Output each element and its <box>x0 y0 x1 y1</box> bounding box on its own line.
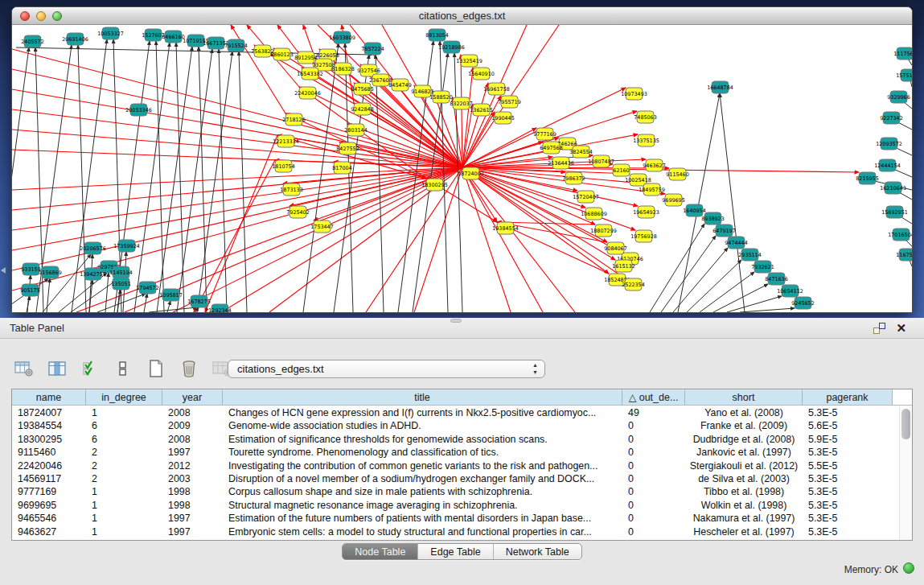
graph-node[interactable]: 1145194 <box>109 266 132 278</box>
minimize-window-button[interactable] <box>36 11 46 21</box>
graph-node[interactable]: 15751074 <box>896 69 912 81</box>
graph-node[interactable]: 17359924 <box>113 240 140 252</box>
table-cell[interactable]: 1998 <box>162 485 223 498</box>
table-scrollbar[interactable] <box>899 406 912 540</box>
split-divider-handle[interactable] <box>450 319 462 323</box>
graph-node[interactable]: 12093572 <box>876 138 902 150</box>
column-header-title[interactable]: title <box>223 389 622 405</box>
tab-node-table[interactable]: Node Table <box>343 544 418 559</box>
graph-node[interactable]: 19756928 <box>630 230 657 242</box>
table-cell[interactable]: Yano et al. (2008) <box>685 406 803 419</box>
graph-node[interactable]: 9227342 <box>880 112 902 124</box>
graph-node[interactable]: 13375135 <box>633 134 659 146</box>
graph-node[interactable]: 7932621 <box>751 261 774 273</box>
graph-node[interactable]: 7955719 <box>498 96 520 108</box>
column-header-in_degree[interactable]: in_degree <box>86 389 162 405</box>
network-window-titlebar[interactable]: citations_edges.txt <box>12 7 912 25</box>
graph-node[interactable]: 9329966 <box>887 91 910 103</box>
graph-node[interactable]: 19218986 <box>438 41 465 53</box>
graph-node[interactable]: 1753447 <box>310 220 333 233</box>
table-cell[interactable]: 5.3E-5 <box>803 512 893 525</box>
graph-node[interactable]: 1117564 <box>893 47 912 60</box>
graph-node[interactable]: 8454749 <box>388 79 411 91</box>
graph-node[interactable]: 7915524 <box>224 39 247 51</box>
graph-node[interactable]: 2803144 <box>344 124 367 136</box>
network-graph[interactable]: 1872400775638228860123891295482260589327… <box>12 25 912 312</box>
table-row[interactable]: 1456911722003Disruption of a novel membe… <box>12 472 899 485</box>
graph-node[interactable]: 1292344 <box>208 304 231 312</box>
table-cell[interactable]: Jankovic et al. (1997) <box>685 446 803 459</box>
graph-node[interactable]: 2522354 <box>622 278 644 290</box>
table-rows-button[interactable] <box>112 359 134 378</box>
table-cell[interactable]: de Silva et al. (2003) <box>685 472 803 485</box>
table-cell[interactable]: 1 <box>86 485 162 498</box>
table-cell[interactable]: Genome-wide association studies in ADHD. <box>223 419 622 432</box>
table-cell[interactable]: Estimation of the future numbers of pati… <box>223 512 622 525</box>
close-panel-icon[interactable]: ✕ <box>896 320 906 336</box>
column-header-pagerank[interactable]: pagerank <box>803 389 893 405</box>
table-cell[interactable]: 9699695 <box>12 499 86 512</box>
table-cell[interactable]: 5.9E-5 <box>803 433 893 446</box>
graph-node[interactable]: 9474444 <box>725 237 747 249</box>
table-cell[interactable]: 2008 <box>162 433 223 446</box>
graph-node[interactable]: 10973493 <box>621 88 647 100</box>
memory-status-indicator[interactable] <box>903 562 914 574</box>
table-cell[interactable]: 0 <box>622 419 685 432</box>
graph-node[interactable]: 1615132 <box>612 260 634 272</box>
graph-node[interactable]: 10688609 <box>581 208 607 220</box>
table-scrollbar-thumb[interactable] <box>901 409 910 439</box>
table-cell[interactable]: Structural magnetic resonance image aver… <box>223 499 622 512</box>
table-cell[interactable]: 9777169 <box>12 485 86 498</box>
graph-node[interactable]: 7986372 <box>562 172 585 184</box>
table-cell[interactable]: 0 <box>622 499 685 512</box>
table-cell[interactable]: 2 <box>86 446 162 459</box>
graph-node[interactable]: 9245652 <box>791 297 814 309</box>
graph-node[interactable]: 9777169 <box>533 128 556 140</box>
table-cell[interactable]: 5.3E-5 <box>803 499 893 512</box>
graph-node[interactable]: 18807299 <box>590 225 617 237</box>
table-cell[interactable]: Nakamura et al. (1997) <box>685 512 803 525</box>
table-cell[interactable]: 1997 <box>162 525 223 538</box>
graph-node[interactable]: 1362615 <box>470 104 492 116</box>
graph-node[interactable]: 2405572 <box>21 35 43 47</box>
graph-node[interactable]: 1640954 <box>683 204 705 216</box>
graph-node[interactable]: 15692951 <box>881 206 908 218</box>
table-cell[interactable]: 1 <box>86 512 162 525</box>
table-cell[interactable]: Dudbridge et al. (2008) <box>685 433 803 446</box>
graph-node[interactable]: 817004 <box>332 162 351 174</box>
network-view-canvas[interactable]: 1872400775638228860123891295482260589327… <box>12 25 912 312</box>
table-cell[interactable]: 18724007 <box>12 406 86 419</box>
graph-node[interactable]: 1794572 <box>136 282 158 294</box>
table-cell[interactable]: Stergiakouli et al. (2012) <box>685 459 803 472</box>
table-cell[interactable]: 2012 <box>162 459 223 472</box>
graph-node[interactable]: 7485063 <box>634 111 656 123</box>
table-cell[interactable]: 0 <box>622 512 685 525</box>
table-cell[interactable]: 22420046 <box>12 459 86 472</box>
table-cell[interactable]: 2 <box>86 459 162 472</box>
table-cell[interactable]: 5.3E-5 <box>803 525 893 538</box>
graph-node[interactable]: 12444154 <box>874 159 901 171</box>
table-cell[interactable]: 49 <box>622 406 685 419</box>
table-cell[interactable]: 1997 <box>162 512 223 525</box>
table-cell[interactable]: 19384554 <box>12 419 86 432</box>
table-cell[interactable]: 1 <box>86 406 162 419</box>
graph-node[interactable]: 7925402 <box>286 206 309 218</box>
table-cell[interactable]: 0 <box>622 525 685 538</box>
graph-node[interactable]: 10807487 <box>588 155 614 167</box>
graph-node[interactable]: 10053327 <box>97 27 124 39</box>
column-header-name[interactable]: name <box>12 389 86 405</box>
table-cell[interactable]: Changes of HCN gene expression and I(f) … <box>223 406 622 419</box>
table-cell[interactable]: 5.5E-5 <box>803 459 893 472</box>
table-cell[interactable]: Estimation of significance thresholds fo… <box>223 433 622 446</box>
column-header-out_degree[interactable]: △ out_de... <box>622 389 685 405</box>
table-row[interactable]: 946554611997Estimation of the future num… <box>12 512 899 525</box>
table-cell[interactable]: Disruption of a novel member of a sodium… <box>223 472 622 485</box>
graph-node[interactable]: 8938923 <box>701 212 724 225</box>
float-panel-icon[interactable] <box>873 323 885 334</box>
graph-node[interactable]: 3824554 <box>569 146 592 158</box>
table-cell[interactable]: 5.6E-5 <box>803 419 893 432</box>
table-row[interactable]: 946362711997Embryonic stem cells: a mode… <box>12 525 899 538</box>
graph-node[interactable]: 1990445 <box>491 112 514 124</box>
table-cell[interactable]: Investigating the contribution of common… <box>223 459 622 472</box>
table-cell[interactable]: 2009 <box>162 419 223 432</box>
